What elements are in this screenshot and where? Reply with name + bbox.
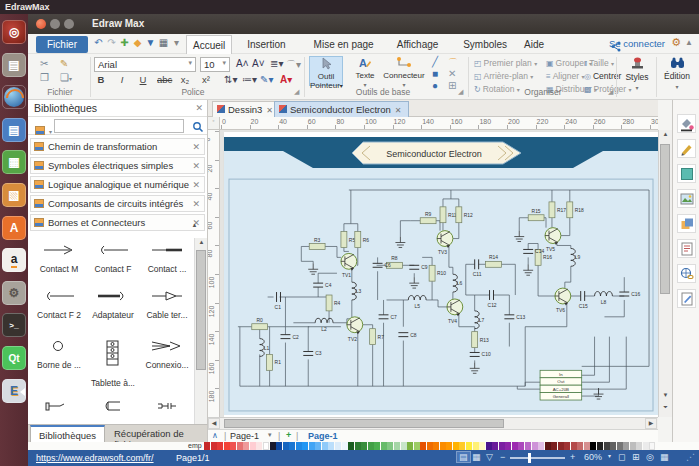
launcher-qt[interactable]: Qt xyxy=(2,346,26,370)
library-search-input[interactable] xyxy=(54,119,184,133)
component-R0[interactable] xyxy=(252,324,268,330)
symbol-extra-10[interactable] xyxy=(86,398,140,418)
palette-color[interactable] xyxy=(630,442,636,450)
pointer-tool-button[interactable]: OutilPointeur▾ xyxy=(309,56,343,86)
arc-text-icon[interactable]: ⌒▾ xyxy=(286,58,301,72)
launcher-calc[interactable]: ▦ xyxy=(2,150,26,174)
text-tool-button[interactable]: A Texte▾ xyxy=(348,56,382,86)
palette-color[interactable] xyxy=(296,442,302,450)
open-icon[interactable]: ◆ xyxy=(131,37,144,48)
library-item-2[interactable]: Symboles électriques simples✕ xyxy=(30,157,205,174)
palette-color[interactable] xyxy=(224,442,230,450)
close-tab-icon[interactable]: ✕ xyxy=(395,106,402,115)
arrange-arrière-plan[interactable]: ◱Arrière-plan ▾ xyxy=(474,71,533,81)
palette-color[interactable] xyxy=(322,442,328,450)
font-italic-button[interactable]: I xyxy=(115,74,129,85)
launcher-settings[interactable]: ⚙ xyxy=(2,281,26,305)
palette-color[interactable] xyxy=(433,442,439,450)
component-C2[interactable] xyxy=(281,335,291,339)
line-style-button[interactable] xyxy=(677,139,696,158)
component-C9[interactable] xyxy=(409,265,419,269)
launcher-terminal[interactable]: >_ xyxy=(2,313,26,337)
launcher-software-center[interactable]: A xyxy=(2,216,26,240)
menu-tab-affichage[interactable]: Affichage xyxy=(391,35,445,54)
component-gnd[interactable] xyxy=(514,231,524,242)
component-R6[interactable] xyxy=(355,232,361,248)
scroll-down-icon[interactable]: ▼ xyxy=(659,392,672,398)
component-TV4[interactable] xyxy=(447,299,463,316)
palette-color[interactable] xyxy=(538,442,544,450)
copy-icon[interactable]: ❐ xyxy=(40,72,49,83)
palette-color[interactable] xyxy=(545,442,551,450)
component-C11[interactable] xyxy=(475,259,479,269)
component-L5[interactable] xyxy=(408,296,426,300)
scroll-left-icon[interactable]: ◀ xyxy=(208,418,220,429)
palette-color[interactable] xyxy=(446,442,452,450)
palette-color[interactable] xyxy=(420,442,426,450)
collapse-ribbon-icon[interactable]: ▲ xyxy=(685,38,693,47)
palette-color[interactable] xyxy=(374,442,380,450)
palette-color[interactable] xyxy=(590,442,596,450)
component-gnd[interactable] xyxy=(594,388,604,399)
add-page-button[interactable]: + xyxy=(286,430,291,440)
menu-tab-symboles[interactable]: Symboles xyxy=(457,35,513,54)
styles-button[interactable]: Styles▾ xyxy=(620,56,654,96)
drawing-viewport[interactable]: Semiconductor Electron TV1TV2TV3TV4TV5TV… xyxy=(220,130,658,417)
panel-tab-libraries[interactable]: Bibliothèques xyxy=(30,425,105,443)
cut-icon[interactable]: ✂ xyxy=(40,58,48,69)
palette-color[interactable] xyxy=(643,442,649,450)
arrange-premier-plan[interactable]: ◰Premier plan ▾ xyxy=(474,58,537,68)
arrange-group-expander-icon[interactable]: ◢ xyxy=(608,88,613,96)
palette-color[interactable] xyxy=(427,442,433,450)
component-C13[interactable] xyxy=(504,315,514,319)
palette-color[interactable] xyxy=(263,442,269,450)
vertical-scrollbar[interactable]: ▲ ▼ ⏷ xyxy=(658,130,672,417)
palette-color[interactable] xyxy=(270,442,276,450)
component-TV1[interactable] xyxy=(341,253,357,270)
gear-icon[interactable]: ⚙ xyxy=(671,36,681,49)
palette-color[interactable] xyxy=(473,442,479,450)
palette-color[interactable] xyxy=(381,442,387,450)
component-C4[interactable] xyxy=(313,283,323,287)
fit-width-icon[interactable]: ⊞ xyxy=(632,452,640,462)
component-R18[interactable] xyxy=(567,202,573,218)
palette-color[interactable] xyxy=(309,442,315,450)
palette-color[interactable] xyxy=(401,442,407,450)
hyperlink-button[interactable] xyxy=(677,264,696,283)
close-library-icon[interactable]: ✕ xyxy=(192,178,200,193)
symbol-tabletteà[interactable]: Tablette à... xyxy=(86,338,140,388)
palette-color[interactable] xyxy=(532,442,538,450)
component-TV6[interactable] xyxy=(555,288,571,305)
palette-color[interactable] xyxy=(584,442,590,450)
collapse-pages-icon[interactable]: ∧ xyxy=(212,431,218,440)
palette-color[interactable] xyxy=(276,442,282,450)
library-item-5[interactable]: Bornes et Connecteurs✕ xyxy=(30,214,205,231)
line-shape-icon[interactable]: ╱ xyxy=(432,56,438,67)
component-R12[interactable] xyxy=(456,207,462,223)
shrink-font-icon[interactable]: A˅ xyxy=(252,58,265,69)
font-strike-button[interactable]: abc xyxy=(157,74,171,85)
launcher-writer[interactable]: ▤ xyxy=(2,118,26,142)
component-R4[interactable] xyxy=(326,295,332,311)
pencil-shape-icon[interactable]: ✕ xyxy=(448,68,456,79)
font-underline-button[interactable]: U xyxy=(136,74,150,85)
palette-color[interactable] xyxy=(387,442,393,450)
launcher-edraw[interactable]: E xyxy=(2,379,26,403)
component-TV5[interactable] xyxy=(545,228,561,245)
library-scroll-up-icon[interactable]: ▲ xyxy=(188,222,201,228)
palette-color[interactable] xyxy=(348,442,354,450)
launcher-amazon[interactable]: a xyxy=(2,248,26,272)
edition-button[interactable]: Édition▾ xyxy=(660,56,694,96)
picture-button[interactable] xyxy=(677,189,696,208)
palette-color[interactable] xyxy=(604,442,610,450)
more-icon[interactable]: ▾ xyxy=(170,37,183,48)
symbol-contactf[interactable]: Contact F xyxy=(86,242,140,274)
paste-icon[interactable]: ❏▾ xyxy=(60,72,72,83)
magnifier-icon[interactable]: ◎ xyxy=(646,452,654,462)
symbol-extra-9[interactable] xyxy=(32,398,86,418)
palette-color[interactable] xyxy=(414,442,420,450)
component-gnd[interactable] xyxy=(523,264,533,275)
scroll-up-icon[interactable]: ▲ xyxy=(195,239,208,245)
file-menu-button[interactable]: Fichier xyxy=(36,36,88,53)
line-spacing-icon[interactable]: ⇅▾ xyxy=(224,74,237,85)
